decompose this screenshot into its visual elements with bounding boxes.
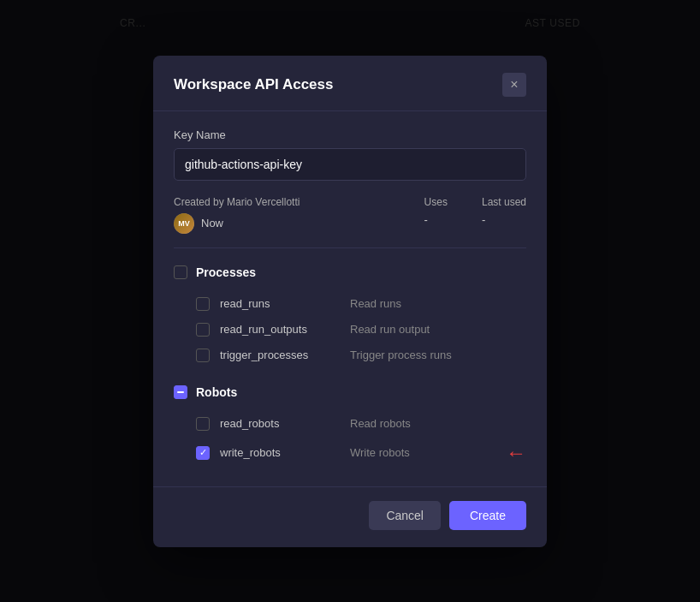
meta-left: Created by Mario Vercellotti MV Now (174, 196, 424, 234)
meta-row: Created by Mario Vercellotti MV Now Uses… (174, 196, 526, 248)
trigger-processes-desc: Trigger process runs (350, 349, 526, 361)
avatar-image: MV (174, 213, 194, 234)
trigger-processes-name: trigger_processes (220, 349, 340, 361)
write-robots-row: write_robots Write robots ← (174, 437, 526, 469)
processes-section-title: Processes (196, 265, 256, 279)
read-run-outputs-name: read_run_outputs (220, 323, 340, 336)
read-run-outputs-desc: Read run output (350, 323, 526, 336)
create-button[interactable]: Create (449, 501, 526, 530)
key-name-label: Key Name (174, 128, 526, 141)
processes-section-header: Processes (174, 265, 526, 279)
read-robots-row: read_robots Read robots (174, 411, 526, 437)
read-runs-name: read_runs (220, 297, 340, 310)
last-used-value: - (482, 213, 526, 226)
uses-value: - (424, 213, 448, 226)
read-runs-checkbox[interactable] (196, 297, 210, 311)
read-runs-desc: Read runs (350, 297, 526, 310)
cancel-button[interactable]: Cancel (369, 501, 441, 530)
write-robots-checkbox[interactable] (196, 446, 210, 460)
write-robots-desc: Write robots (350, 446, 485, 459)
modal-footer: Cancel Create (153, 486, 547, 547)
modal-backdrop: Workspace API Access × Key Name Created … (0, 0, 700, 602)
trigger-processes-row: trigger_processes Trigger process runs (174, 343, 526, 368)
uses-label: Uses (424, 196, 448, 208)
close-button[interactable]: × (502, 73, 526, 97)
read-run-outputs-checkbox[interactable] (196, 323, 210, 337)
meta-user-row: MV Now (174, 213, 424, 234)
processes-section: Processes read_runs Read runs read_run_o… (174, 265, 526, 368)
read-robots-checkbox[interactable] (196, 417, 210, 431)
robots-section-title: Robots (196, 385, 237, 399)
write-robots-arrow-icon: ← (506, 443, 526, 463)
read-robots-desc: Read robots (350, 417, 526, 430)
read-run-outputs-row: read_run_outputs Read run output (174, 317, 526, 343)
read-runs-row: read_runs Read runs (174, 291, 526, 317)
modal-header: Workspace API Access × (153, 56, 547, 111)
write-robots-name: write_robots (220, 446, 340, 459)
meta-right: Uses - Last used - (424, 196, 526, 226)
robots-section: Robots read_robots Read robots write_rob… (174, 385, 526, 469)
read-robots-name: read_robots (220, 417, 340, 430)
last-used-column: Last used - (482, 196, 526, 226)
modal-body: Key Name Created by Mario Vercellotti MV… (153, 111, 547, 486)
meta-now: Now (201, 217, 223, 229)
created-by-label: Created by Mario Vercellotti (174, 196, 424, 208)
uses-column: Uses - (424, 196, 448, 226)
key-name-input[interactable] (174, 148, 526, 181)
avatar: MV (174, 213, 194, 234)
workspace-api-access-modal: Workspace API Access × Key Name Created … (153, 56, 547, 547)
robots-section-checkbox[interactable] (174, 385, 187, 399)
trigger-processes-checkbox[interactable] (196, 349, 210, 362)
modal-title: Workspace API Access (174, 76, 333, 93)
last-used-label: Last used (482, 196, 526, 208)
processes-section-checkbox[interactable] (174, 265, 187, 279)
robots-section-header: Robots (174, 385, 526, 399)
close-icon: × (510, 78, 518, 92)
